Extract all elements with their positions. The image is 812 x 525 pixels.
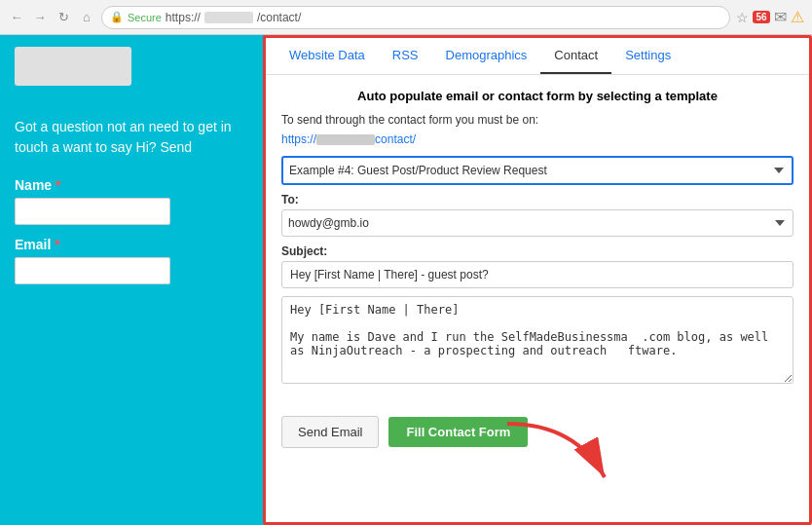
tab-demographics[interactable]: Demographics <box>432 38 541 74</box>
popup-panel: Website Data RSS Demographics Contact Se… <box>263 35 812 525</box>
to-select[interactable]: howdy@gmb.io <box>281 209 794 237</box>
website-background: Got a question not an need to get in tou… <box>0 35 277 525</box>
forward-button[interactable]: → <box>31 9 49 26</box>
tab-settings[interactable]: Settings <box>611 38 684 74</box>
browser-chrome: ← → ↻ ⌂ 🔒 Secure https:// /contact/ ☆ 56… <box>0 0 812 35</box>
notification-badge: 56 <box>753 11 770 23</box>
tab-contact[interactable]: Contact <box>540 38 611 74</box>
reload-button[interactable]: ↻ <box>55 9 72 26</box>
website-logo <box>15 47 131 86</box>
to-label: To: <box>281 193 794 206</box>
warning-icon: ⚠ <box>791 8 804 26</box>
contact-url[interactable]: https://contact/ <box>281 132 794 146</box>
subject-input[interactable] <box>281 261 794 288</box>
page-body: Got a question not an need to get in tou… <box>0 35 812 525</box>
popup-subtitle: To send through the contact form you mus… <box>281 113 794 127</box>
popup-title: Auto populate email or contact form by s… <box>281 89 794 103</box>
name-input-visual <box>15 198 170 225</box>
tab-website-data[interactable]: Website Data <box>276 38 379 74</box>
subject-label: Subject: <box>281 244 794 258</box>
red-arrow <box>498 414 614 495</box>
website-body-text: Got a question not an need to get in tou… <box>0 97 277 158</box>
tabs-bar: Website Data RSS Demographics Contact Se… <box>266 38 809 75</box>
bookmark-icon[interactable]: ☆ <box>736 10 749 25</box>
address-bar[interactable]: 🔒 Secure https:// /contact/ <box>101 6 730 29</box>
send-email-button[interactable]: Send Email <box>281 416 379 448</box>
url-suffix: /contact/ <box>257 11 301 24</box>
home-button[interactable]: ⌂ <box>78 9 95 26</box>
url-prefix: https:// <box>166 11 201 24</box>
mail-icon[interactable]: ✉ <box>774 8 787 26</box>
name-label: Name * <box>15 177 263 193</box>
email-label: Email * <box>15 237 263 252</box>
tab-rss[interactable]: RSS <box>379 38 432 74</box>
website-form: Name * Email * <box>0 158 277 316</box>
secure-label: Secure <box>128 12 162 23</box>
url-blurred <box>204 12 253 23</box>
template-select[interactable]: Example #4: Guest Post/Product Review Re… <box>281 156 794 185</box>
browser-right-icons: ☆ 56 ✉ ⚠ <box>736 8 804 26</box>
popup-content: Auto populate email or contact form by s… <box>266 75 809 410</box>
back-button[interactable]: ← <box>8 9 25 26</box>
email-input-visual <box>15 257 170 284</box>
lock-icon: 🔒 <box>110 11 124 23</box>
body-textarea[interactable] <box>281 296 794 384</box>
